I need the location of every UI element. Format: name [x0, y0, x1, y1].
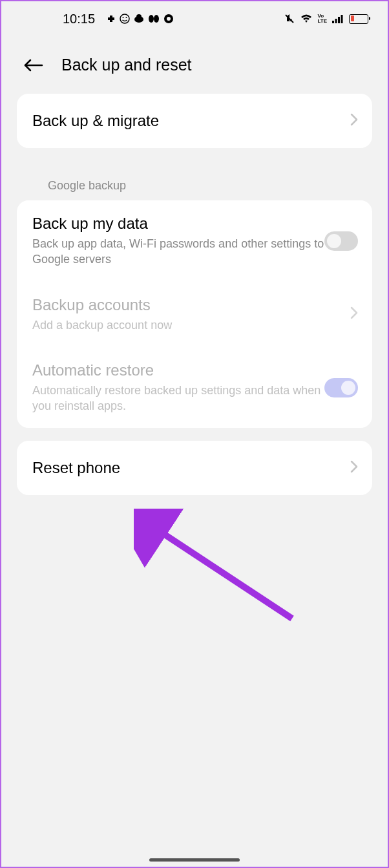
content: Back up & migrate Google backup Back up …: [1, 94, 388, 495]
backup-my-data-toggle[interactable]: [324, 231, 358, 251]
svg-point-6: [136, 14, 142, 19]
item-text: Automatic restore Automatically restore …: [32, 361, 324, 414]
battery-icon: [349, 14, 368, 24]
status-bar: 10:15 VoLTE: [1, 1, 388, 36]
svg-marker-19: [137, 515, 163, 540]
svg-point-8: [154, 15, 159, 23]
item-text: Back up my data Back up app data, Wi-Fi …: [32, 215, 324, 268]
item-text: Reset phone: [32, 459, 350, 477]
automatic-restore-title: Automatic restore: [32, 361, 324, 379]
google-backup-card: Back up my data Back up app data, Wi-Fi …: [17, 200, 372, 428]
home-indicator[interactable]: [149, 858, 240, 862]
svg-rect-14: [338, 17, 340, 23]
backup-migrate-item[interactable]: Back up & migrate: [17, 94, 372, 148]
battery-level-low: [351, 16, 354, 21]
svg-rect-15: [341, 15, 343, 23]
svg-line-18: [150, 525, 292, 619]
backup-migrate-card: Back up & migrate: [17, 94, 372, 148]
automatic-restore-subtitle: Automatically restore backed up settings…: [32, 383, 324, 414]
app-icon-3: [134, 14, 144, 23]
app-icon-4: [148, 14, 160, 23]
app-icon-2: [120, 14, 130, 24]
backup-migrate-title: Back up & migrate: [32, 112, 350, 130]
app-icon-5: [163, 14, 174, 24]
svg-point-10: [167, 17, 171, 21]
reset-phone-title: Reset phone: [32, 459, 350, 477]
mute-icon: [284, 13, 295, 25]
chevron-right-icon: [350, 460, 358, 476]
backup-my-data-title: Back up my data: [32, 215, 324, 233]
arrow-left-icon: [24, 59, 43, 72]
backup-my-data-item[interactable]: Back up my data Back up app data, Wi-Fi …: [17, 200, 372, 282]
chevron-right-icon: [350, 306, 358, 322]
svg-point-7: [149, 15, 154, 23]
page-title: Back up and reset: [61, 56, 192, 74]
status-right: VoLTE: [284, 13, 368, 25]
status-time: 10:15: [63, 12, 95, 26]
backup-accounts-title: Backup accounts: [32, 296, 350, 314]
backup-my-data-subtitle: Back up app data, Wi-Fi passwords and ot…: [32, 236, 324, 268]
automatic-restore-toggle[interactable]: [324, 378, 358, 397]
volte-icon: VoLTE: [317, 14, 327, 24]
google-backup-label: Google backup: [17, 161, 372, 200]
item-text: Back up & migrate: [32, 112, 350, 130]
svg-point-2: [120, 14, 129, 23]
status-left: 10:15: [63, 12, 174, 26]
reset-phone-card: Reset phone: [17, 441, 372, 495]
chevron-right-icon: [350, 113, 358, 129]
backup-accounts-subtitle: Add a backup account now: [32, 317, 350, 333]
back-button[interactable]: [24, 59, 43, 72]
wifi-icon: [300, 14, 313, 24]
svg-point-3: [123, 17, 124, 18]
annotation-arrow: [134, 509, 302, 631]
svg-rect-1: [108, 17, 114, 20]
svg-rect-12: [332, 21, 334, 23]
svg-point-4: [126, 17, 127, 18]
page-header: Back up and reset: [1, 36, 388, 94]
item-text: Backup accounts Add a backup account now: [32, 296, 350, 333]
reset-phone-item[interactable]: Reset phone: [17, 441, 372, 495]
status-notification-icons: [107, 14, 174, 24]
automatic-restore-item[interactable]: Automatic restore Automatically restore …: [17, 347, 372, 429]
app-icon-1: [107, 14, 116, 23]
signal-icon: [331, 14, 344, 24]
backup-accounts-item[interactable]: Backup accounts Add a backup account now: [17, 282, 372, 347]
svg-rect-13: [335, 19, 337, 23]
